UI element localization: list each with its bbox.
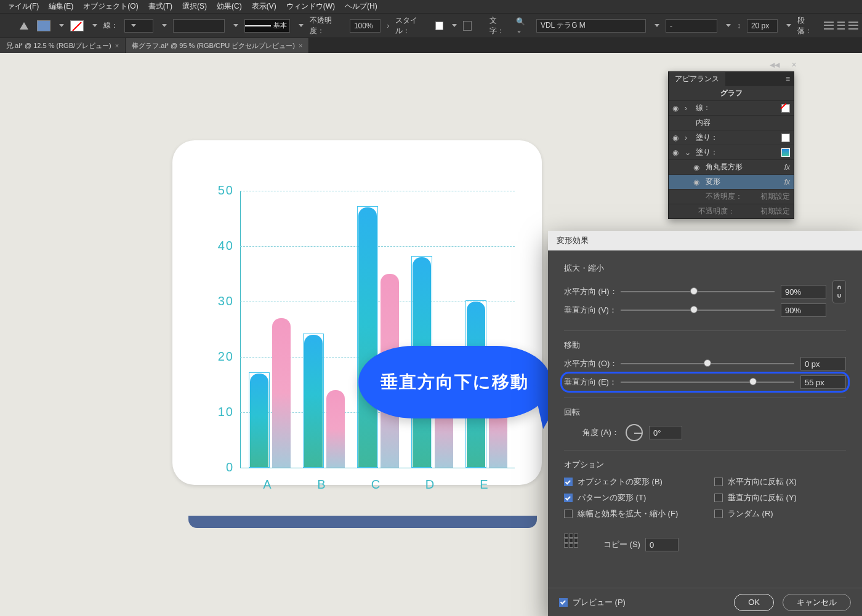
reference-point-grid[interactable] xyxy=(564,534,579,548)
chevron-down-icon[interactable] xyxy=(233,24,238,27)
bar-blue[interactable] xyxy=(304,335,323,468)
fill-gradient-swatch[interactable] xyxy=(781,148,790,157)
panel-menu-icon[interactable]: ≡ xyxy=(786,74,794,83)
opt-transform-patterns[interactable]: パターンの変形 (T) xyxy=(564,492,696,503)
link-scale-icon[interactable] xyxy=(832,280,846,303)
cancel-button[interactable]: キャンセル xyxy=(783,594,851,611)
search-icon: 🔍⌄ xyxy=(516,17,530,34)
graphic-style-field[interactable]: 基本 xyxy=(244,19,291,33)
menu-object[interactable]: オブジェクト(O) xyxy=(78,0,143,13)
menu-window[interactable]: ウィンドウ(W) xyxy=(281,0,340,13)
angle-dial[interactable] xyxy=(626,424,643,441)
align-left-icon[interactable] xyxy=(824,21,834,31)
chevron-down-icon[interactable] xyxy=(299,24,304,27)
opt-reflect-y[interactable]: 垂直方向に反転 (Y) xyxy=(714,492,846,503)
move-v-value[interactable]: 55 px xyxy=(800,375,846,389)
chevron-down-icon[interactable] xyxy=(655,24,659,27)
brush-field[interactable] xyxy=(173,19,225,33)
appearance-row-opacity[interactable]: 不透明度： 初期設定 xyxy=(669,189,794,204)
appearance-row-stroke[interactable]: ◉ › 線： xyxy=(669,100,794,115)
row-label: 内容 xyxy=(696,118,711,128)
x-label: A xyxy=(246,478,289,492)
visibility-icon[interactable]: ◉ xyxy=(672,148,681,157)
preview-checkbox[interactable]: プレビュー (P) xyxy=(559,597,626,608)
font-size-stepper[interactable]: ↕ xyxy=(737,22,741,30)
fill-swatch[interactable] xyxy=(781,134,790,142)
move-v-slider[interactable] xyxy=(621,377,794,387)
y-tick: 0 xyxy=(201,460,240,474)
visibility-icon[interactable]: ◉ xyxy=(672,134,681,142)
opacity-caret-icon[interactable]: › xyxy=(387,22,389,30)
opacity-field[interactable]: 100% xyxy=(350,19,381,33)
font-style-field[interactable]: - xyxy=(666,19,717,33)
menu-view[interactable]: 表示(V) xyxy=(247,0,281,13)
menu-help[interactable]: ヘルプ(H) xyxy=(340,0,382,13)
graphic-style-swatch[interactable] xyxy=(435,22,443,30)
opt-random[interactable]: ランダム (R) xyxy=(714,508,846,519)
appearance-row-content[interactable]: 内容 xyxy=(669,115,794,130)
menu-file[interactable]: ァイル(F) xyxy=(2,0,44,13)
recolor-icon[interactable] xyxy=(463,21,472,31)
chevron-down-icon[interactable] xyxy=(92,24,97,27)
visibility-icon[interactable]: ◉ xyxy=(693,178,702,186)
opt-transform-objects[interactable]: オブジェクトの変形 (B) xyxy=(564,476,696,487)
appearance-row-fill[interactable]: ◉ › 塗り： xyxy=(669,130,794,145)
chevron-down-icon[interactable] xyxy=(452,24,457,27)
visibility-icon[interactable]: ◉ xyxy=(672,104,681,113)
y-tick: 50 xyxy=(201,183,240,198)
scale-v-label: 垂直方向 (V)： xyxy=(564,305,614,316)
menu-edit[interactable]: 編集(E) xyxy=(44,0,78,13)
panel-collapse-icon[interactable]: ◀◀ xyxy=(770,61,779,69)
bar-pink[interactable] xyxy=(326,390,345,468)
move-h-value[interactable]: 0 px xyxy=(800,357,846,370)
expand-icon[interactable]: › xyxy=(685,104,692,113)
y-tick: 40 xyxy=(201,239,240,253)
font-family-field[interactable]: VDL テラG M xyxy=(536,19,646,33)
style-label: スタイル： xyxy=(395,15,429,36)
menu-select[interactable]: 選択(S) xyxy=(177,0,212,13)
align-center-icon[interactable] xyxy=(836,21,846,31)
angle-value[interactable]: 0° xyxy=(649,426,682,439)
close-icon[interactable]: × xyxy=(115,42,119,49)
font-size-field[interactable]: 20 px xyxy=(747,19,778,33)
scale-h-slider[interactable] xyxy=(621,287,775,297)
appearance-row-effect[interactable]: ◉ 角丸長方形 fx xyxy=(669,159,794,174)
chevron-down-icon[interactable] xyxy=(726,24,731,27)
collapse-icon[interactable]: ⌄ xyxy=(685,148,692,157)
chevron-down-icon[interactable] xyxy=(786,24,791,27)
move-h-label: 水平方向 (O)： xyxy=(564,358,614,369)
scale-v-value[interactable]: 90% xyxy=(781,303,826,317)
stroke-weight-field[interactable] xyxy=(124,19,153,33)
bar-pink[interactable] xyxy=(272,318,291,468)
close-icon[interactable]: × xyxy=(299,42,302,49)
stroke-swatch[interactable] xyxy=(70,20,84,31)
appearance-row-opacity[interactable]: 不透明度： 初期設定 xyxy=(669,204,794,218)
chevron-down-icon[interactable] xyxy=(162,24,167,27)
visibility-icon[interactable]: ◉ xyxy=(693,163,702,172)
y-tick: 30 xyxy=(201,294,240,308)
document-tab[interactable]: 兄.ai* @ 12.5 % (RGB/プレビュー) × xyxy=(0,38,126,53)
menu-type[interactable]: 書式(T) xyxy=(143,0,177,13)
fill-swatch[interactable] xyxy=(37,20,50,31)
appearance-row-fill[interactable]: ◉ ⌄ 塗り： xyxy=(669,145,794,159)
opt-scale-strokes[interactable]: 線幅と効果を拡大・縮小 (F) xyxy=(564,508,696,519)
bar-blue[interactable] xyxy=(250,374,268,468)
x-axis-labels: ABCDE xyxy=(245,478,515,496)
document-tab[interactable]: 棒グラフ.ai* @ 95 % (RGB/CPU ピクセルプレビュー) × xyxy=(126,38,309,53)
chevron-down-icon[interactable] xyxy=(59,24,64,27)
expand-icon[interactable]: › xyxy=(685,134,692,142)
panel-close-icon[interactable]: ✕ xyxy=(791,61,797,69)
scale-v-slider[interactable] xyxy=(621,305,775,315)
ok-button[interactable]: OK xyxy=(734,594,774,611)
align-right-icon[interactable] xyxy=(848,21,858,31)
move-h-slider[interactable] xyxy=(621,359,794,369)
panel-tab-appearance[interactable]: アピアランス xyxy=(669,72,725,86)
stroke-none-swatch[interactable] xyxy=(781,104,790,113)
bar-blue[interactable] xyxy=(358,207,377,468)
panel-tabs: アピアランス ≡ xyxy=(669,72,794,86)
scale-h-value[interactable]: 90% xyxy=(781,285,826,298)
appearance-row-transform[interactable]: ◉ 変形 fx xyxy=(669,174,794,189)
opt-reflect-x[interactable]: 水平方向に反転 (X) xyxy=(714,476,846,487)
copies-value[interactable]: 0 xyxy=(645,538,679,551)
menu-effect[interactable]: 効果(C) xyxy=(212,0,247,13)
